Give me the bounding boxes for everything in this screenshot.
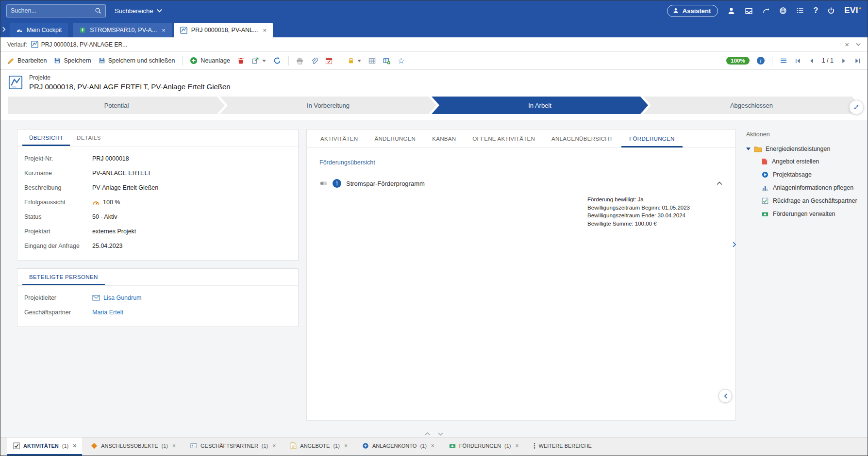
nav-last-button[interactable] <box>854 58 861 64</box>
sidebar-expand-chevron-icon[interactable] <box>733 242 736 247</box>
search-icon[interactable] <box>95 7 101 14</box>
tab-kanban[interactable]: KANBAN <box>424 130 464 147</box>
tab-close-icon[interactable]: × <box>272 442 276 449</box>
action-rueckfrage-geschaeftspartner[interactable]: Rückfrage an Geschäftspartner <box>762 197 862 204</box>
chevron-up-icon[interactable] <box>717 181 722 185</box>
tab-prj-0000018[interactable]: PRJ 0000018, PV-ANL... × <box>174 23 273 37</box>
tab-close-icon[interactable]: × <box>344 442 348 449</box>
field-value: 50 - Aktiv <box>92 213 117 220</box>
tab-aenderungen[interactable]: ÄNDERUNGEN <box>367 130 423 147</box>
attachment-button[interactable] <box>311 57 318 65</box>
permissions-button[interactable] <box>348 57 361 64</box>
edit-button[interactable]: Bearbeiten <box>7 57 47 65</box>
panel-collapse-button[interactable] <box>718 389 732 403</box>
tab-beteiligte-personen[interactable]: BETEILIGTE PERSONEN <box>22 269 105 285</box>
delete-button[interactable] <box>237 57 244 64</box>
envelope-icon[interactable] <box>92 295 100 301</box>
pencil-icon <box>7 57 15 65</box>
redo-icon[interactable] <box>762 7 770 15</box>
tab-close-icon[interactable]: × <box>73 442 76 449</box>
gauge-icon <box>92 200 100 205</box>
history-controls: × <box>845 40 861 49</box>
phase-expand-button[interactable] <box>849 100 864 114</box>
search-areas-dropdown[interactable]: Suchbereiche <box>112 5 165 16</box>
user-icon[interactable] <box>727 7 735 15</box>
tab-overflow-chevron-icon[interactable] <box>2 27 6 32</box>
group-toggle-icon[interactable] <box>319 180 328 186</box>
search-input[interactable] <box>11 7 92 14</box>
tab-close-icon[interactable]: × <box>162 27 166 34</box>
field-row: Projektleiter Lisa Gundrum <box>24 291 291 305</box>
tab-close-icon[interactable]: × <box>515 442 518 449</box>
tab-close-icon[interactable]: × <box>431 442 434 449</box>
calendar-button[interactable] <box>325 57 333 65</box>
export-button[interactable] <box>251 57 266 65</box>
field-row: Erfolgsaussicht 100 % <box>24 195 291 210</box>
caret-down-icon[interactable] <box>746 147 751 150</box>
tab-offene-aktivitaeten[interactable]: OFFENE AKTIVITÄTEN <box>465 130 543 147</box>
chevron-down-icon[interactable] <box>438 432 443 436</box>
global-search[interactable] <box>6 4 106 17</box>
power-icon[interactable] <box>827 7 835 15</box>
save-button[interactable]: Speichern <box>54 57 91 64</box>
table-view-button[interactable] <box>368 57 376 65</box>
bottom-tab-foerderungen[interactable]: FÖRDERUNGEN (1) × <box>443 438 525 456</box>
chevron-up-icon[interactable] <box>425 432 430 436</box>
field-label: Status <box>24 213 92 220</box>
info-icon[interactable]: i <box>757 57 765 65</box>
action-foerderungen-verwalten[interactable]: Förderungen verwalten <box>762 211 862 217</box>
nav-first-button[interactable] <box>795 58 801 64</box>
refresh-button[interactable] <box>273 57 281 65</box>
history-entry[interactable]: PRJ 0000018, PV-ANLAGE ER... <box>31 41 127 48</box>
funding-overview-link[interactable]: Förderungsübersicht <box>319 159 375 166</box>
save-and-close-button[interactable]: Speichern und schließen <box>99 57 175 64</box>
action-projektabsage[interactable]: Projektabsage <box>762 171 862 178</box>
new-record-button[interactable]: Neuanlage <box>190 57 230 65</box>
project-lead-link[interactable]: Lisa Gundrum <box>103 294 142 301</box>
nav-prev-button[interactable] <box>808 58 815 64</box>
action-anlageninformationen-pflegen[interactable]: Anlageninformationen pflegen <box>762 184 862 191</box>
tab-aktivitaeten[interactable]: AKTIVITÄTEN <box>313 130 366 147</box>
list-icon[interactable] <box>796 7 804 15</box>
tab-close-icon[interactable]: × <box>263 27 267 34</box>
inbox-icon[interactable] <box>745 7 753 15</box>
assistant-button[interactable]: Assistent <box>667 5 718 17</box>
chevron-down-icon[interactable] <box>856 43 861 46</box>
funding-group-header[interactable]: 1 Stromspar-Förderprogramm <box>319 179 722 188</box>
tab-uebersicht[interactable]: ÜBERSICHT <box>22 130 70 146</box>
phase-abgeschlossen[interactable]: Abgeschlossen <box>643 97 860 114</box>
globe-icon[interactable] <box>779 7 787 15</box>
tab-anlagenuebersicht[interactable]: ANLAGENÜBERSICHT <box>544 130 620 147</box>
refresh-icon <box>273 57 281 65</box>
menu-button[interactable] <box>780 57 787 65</box>
tab-close-icon[interactable]: × <box>172 442 176 449</box>
phase-in-arbeit[interactable]: In Arbeit <box>432 97 648 114</box>
nav-next-button[interactable] <box>841 58 847 64</box>
phase-potential[interactable]: Potential <box>8 97 225 114</box>
action-label: Rückfrage an Geschäftspartner <box>773 197 857 204</box>
tab-foerderungen[interactable]: FÖRDERUNGEN <box>621 130 682 147</box>
contact-card-icon <box>190 442 197 449</box>
tab-mein-cockpit[interactable]: Mein Cockpit <box>10 23 68 37</box>
bottom-tab-anlagenkonto[interactable]: ANLAGENKONTO (1) × <box>356 438 440 456</box>
help-icon[interactable]: ? <box>813 6 818 15</box>
business-partner-link[interactable]: Maria Ertelt <box>92 309 123 316</box>
phase-in-vorbereitung[interactable]: In Vorbereitung <box>220 97 436 114</box>
bottom-tab-label: AKTIVITÄTEN <box>23 443 59 449</box>
toolbar-separator <box>288 56 289 65</box>
print-button[interactable] <box>296 57 303 65</box>
bottom-tab-geschaeftspartner[interactable]: GESCHÄFTSPARTNER (1) × <box>184 438 282 456</box>
bottom-tab-anschlussobjekte[interactable]: ANSCHLUSSOBJEKTE (1) × <box>85 438 182 456</box>
action-angebot-erstellen[interactable]: Angebot erstellen <box>762 158 862 165</box>
bottom-tab-weitere-bereiche[interactable]: WEITERE BEREICHE <box>528 438 598 456</box>
tab-details[interactable]: DETAILS <box>70 130 108 146</box>
bottom-tab-aktivitaeten[interactable]: AKTIVITÄTEN (1) × <box>7 438 82 456</box>
tab-stromspar[interactable]: STROMSPAR10, PV-A... × <box>73 23 172 37</box>
record-header: Projekte PRJ 0000018, PV-ANLAGE ERTELT, … <box>0 70 868 95</box>
favorite-star-icon[interactable]: ☆ <box>398 57 405 65</box>
table-add-button[interactable] <box>383 57 390 65</box>
close-icon[interactable]: × <box>845 40 849 49</box>
actions-group[interactable]: Energiedienstleistungen <box>746 146 862 152</box>
bottom-tab-angebote[interactable]: ANGEBOTE (1) × <box>284 438 353 456</box>
participants-card: BETEILIGTE PERSONEN Projektleiter Lisa G… <box>17 268 299 327</box>
